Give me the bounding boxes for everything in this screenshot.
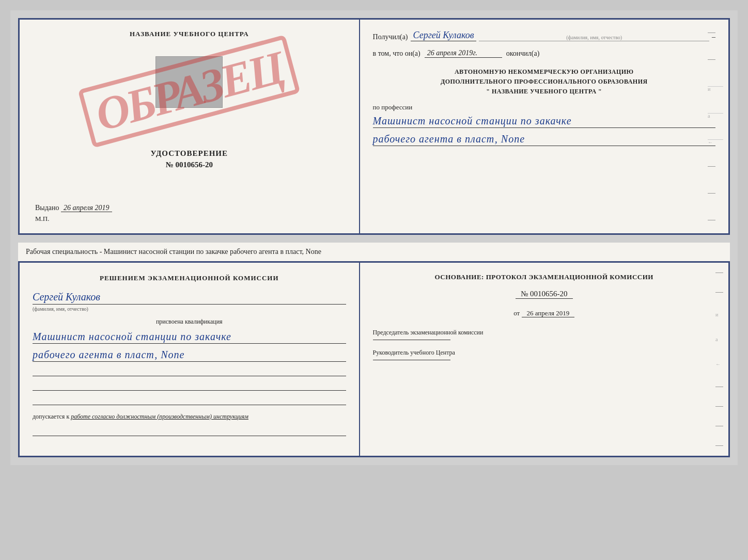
- qualification-line1: Машинист насосной станции по закачке: [33, 330, 346, 344]
- description-text: Рабочая специальность - Машинист насосно…: [18, 243, 730, 261]
- protocol-number: № 0010656-20: [516, 290, 573, 299]
- org-line1: АВТОНОМНУЮ НЕКОММЕРЧЕСКУЮ ОРГАНИЗАЦИЮ: [373, 67, 715, 77]
- page-wrapper: НАЗВАНИЕ УЧЕБНОГО ЦЕНТРА ОБРАЗЕЦ УДОСТОВ…: [10, 10, 738, 465]
- head-block: Руководитель учебного Центра: [373, 348, 715, 360]
- certificate-label: УДОСТОВЕРЕНИЕ: [151, 149, 228, 158]
- date-line: в том, что он(а) 26 апреля 2019г. окончи…: [373, 49, 715, 58]
- right-edge-dashes: и а ←: [708, 20, 723, 233]
- allowed-prefix: допускается к: [33, 413, 69, 420]
- head-label: Руководитель учебного Центра: [373, 348, 715, 357]
- stamp-area: ОБРАЗЕЦ УДОСТОВЕРЕНИЕ № 0010656-20: [30, 46, 349, 169]
- top-left-panel: НАЗВАНИЕ УЧЕБНОГО ЦЕНТРА ОБРАЗЕЦ УДОСТОВ…: [20, 20, 360, 233]
- protocol-date-prefix: от: [513, 309, 520, 317]
- underline-row-2: [33, 380, 346, 391]
- issued-date-value: 26 апреля 2019: [61, 204, 112, 212]
- head-signature-line: [373, 360, 450, 360]
- basis-title: Основание: протокол экзаменационной коми…: [373, 273, 715, 281]
- underline-row-1: [33, 366, 346, 376]
- profession-line1: Машинист насосной станции по закачке: [373, 114, 715, 128]
- profession-label: по профессии: [373, 103, 413, 111]
- bottom-left-panel: Решением экзаменационной комиссии Сергей…: [20, 263, 360, 456]
- protocol-number-block: № 0010656-20: [373, 289, 715, 301]
- date-value: 26 апреля 2019г.: [425, 49, 502, 58]
- mp-label: М.П.: [30, 215, 349, 223]
- person-name: Сергей Кулаков: [33, 291, 346, 305]
- bottom-right-edge: и а ←: [715, 263, 723, 456]
- recipient-sublabel: (фамилия, имя, отчество): [566, 35, 622, 40]
- received-label: Получил(а): [373, 33, 408, 41]
- recipient-name: Сергей Кулаков: [411, 30, 477, 41]
- date-suffix: окончил(а): [506, 50, 540, 58]
- certificate-number: № 0010656-20: [166, 161, 213, 169]
- date-prefix: в том, что он(а): [373, 50, 420, 58]
- allowed-value: работе согласно должностным (производств…: [71, 413, 248, 420]
- chairman-label: Председатель экзаменационной комиссии: [373, 328, 715, 337]
- org-line3: " НАЗВАНИЕ УЧЕБНОГО ЦЕНТРА ": [373, 87, 715, 97]
- top-document: НАЗВАНИЕ УЧЕБНОГО ЦЕНТРА ОБРАЗЕЦ УДОСТОВ…: [18, 18, 730, 235]
- underline-row-4: [33, 426, 346, 436]
- person-sublabel: (фамилия, имя, отчество): [33, 306, 346, 312]
- qualification-line2: рабочего агента в пласт, None: [33, 348, 346, 362]
- top-right-panel: Получил(а) Сергей Кулаков (фамилия, имя,…: [360, 20, 728, 233]
- allowed-text: допускается к работе согласно должностны…: [33, 413, 346, 421]
- photo-placeholder: [155, 56, 223, 108]
- underline-row-3: [33, 395, 346, 405]
- protocol-date-value: 26 апреля 2019: [522, 309, 575, 317]
- org-line2: ДОПОЛНИТЕЛЬНОГО ПРОФЕССИОНАЛЬНОГО ОБРАЗО…: [373, 77, 715, 87]
- decision-title: Решением экзаменационной комиссии: [33, 273, 346, 283]
- bottom-document: Решением экзаменационной комиссии Сергей…: [18, 261, 730, 457]
- chairman-signature-line: [373, 340, 450, 340]
- top-training-center-title: НАЗВАНИЕ УЧЕБНОГО ЦЕНТРА: [130, 30, 249, 38]
- issued-date: Выдано 26 апреля 2019: [30, 204, 349, 212]
- issued-label: Выдано: [35, 204, 59, 212]
- bottom-right-panel: Основание: протокол экзаменационной коми…: [360, 263, 728, 456]
- chairman-block: Председатель экзаменационной комиссии: [373, 328, 715, 340]
- org-description: АВТОНОМНУЮ НЕКОММЕРЧЕСКУЮ ОРГАНИЗАЦИЮ ДО…: [373, 67, 715, 97]
- profession-line2: рабочего агента в пласт, None: [373, 132, 715, 146]
- qualification-label: присвоена квалификация: [33, 318, 346, 326]
- protocol-date: от 26 апреля 2019: [373, 309, 715, 317]
- received-line: Получил(а) Сергей Кулаков (фамилия, имя,…: [373, 30, 715, 41]
- description-content: Рабочая специальность - Машинист насосно…: [26, 248, 321, 255]
